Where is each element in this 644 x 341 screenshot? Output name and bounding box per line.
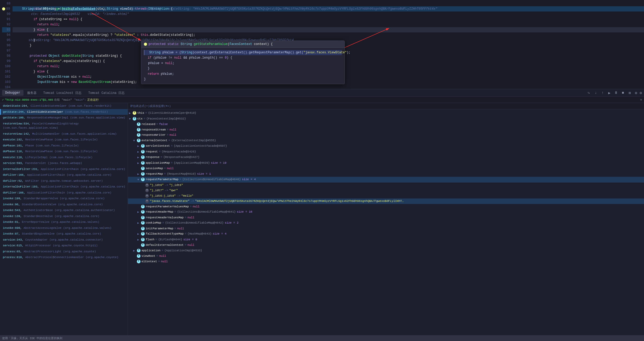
call-stack-item[interactable]: getState:100, ResponseStateManagerImpl (… [0,115,128,121]
var-item-requestParameterMap[interactable]: ▼ f requestParameterMap = {Collections$U… [128,177,644,183]
method-popup: protected static String getStateParamVal… [141,41,345,84]
var-item-application[interactable]: ▶ f application = {ApplicationImpl@4533} [128,248,644,254]
call-stack-item[interactable]: execute:192, RestoreViewPhase (com.sun.f… [0,137,128,143]
var-item-request[interactable]: ▶ f request = {RequestFacade@3426} [128,149,644,155]
step-into-button[interactable]: ↓ [593,90,598,95]
call-stack-item[interactable]: process:818, AbstractProtocol$Connection… [0,254,128,260]
tab-debugger[interactable]: Debugger [2,90,24,96]
var-item-viewRoot[interactable]: f viewRoot = null [128,253,644,259]
var-item-requestMap[interactable]: ▶ f requestMap = {RequestMap@4610} size … [128,171,644,177]
code-line-93: return "stateless".equals(stateString) ?… [13,27,644,32]
var-item-released[interactable]: f released = false [128,122,644,127]
line-numbers: 88 89 90 91 92 93 94 95 96 97 98 99 100 … [0,0,13,89]
var-item-requestHeaderMap[interactable]: ▶ f requestHeaderMap = {Collections$Unmo… [128,209,644,215]
thread-group: 在组 "main" [54,98,72,102]
step-over-button[interactable]: ⤷ [586,90,592,95]
var-item-requestParamValuesMap[interactable]: f requestParameterValuesMap = null [128,204,644,209]
tab-server[interactable]: 服务器 [24,90,40,96]
var-item-response[interactable]: ▶ f response = {ResponseFacade@3427} [128,155,644,160]
call-stack-panel: doGetState:284, ClientSideStateHelper (c… [0,103,128,341]
pause-button[interactable]: ⏸ [613,90,619,95]
call-stack-item[interactable]: service:615, Http11Processor (org.apache… [0,243,128,249]
thread-name: "http-nio-8050-exec-1"@2,465 [5,98,53,101]
code-editor: 88 89 90 91 92 93 94 95 96 97 98 99 100 … [0,0,644,89]
thread-status-bar: ✓ "http-nio-8050-exec-1"@2,465 在组 "main"… [0,97,644,103]
filter-button[interactable]: ▽ [640,98,642,101]
tab-tomcat-localhost[interactable]: Tomcat Localhost 日志 [40,90,85,96]
call-stack-item[interactable]: invoke:81, ErrorReportValve (org.apache.… [0,219,128,225]
call-stack-item[interactable]: restoreView:142, MultiViewHandler (com.s… [0,131,128,137]
code-line-88: public Object getState(FacesContext ctx,… [13,1,644,6]
variables-panel: ▶ f this = {ClientSideStateHelper@4410} … [128,109,644,341]
var-item-externalContext[interactable]: ▼ f externalContext = {ExternalContextIm… [128,138,644,144]
var-item-elContext[interactable]: f elContext = null [128,259,644,264]
var-item-defaultExternalContext[interactable]: f defaultExternalContext = null [128,242,644,248]
settings-button[interactable]: ⚙ [635,91,637,95]
var-item-j-idt7[interactable]: ≡ "j_idt7" -> "qwr" [128,188,644,193]
var-item-ctx[interactable]: ▼ f ctx = {FacesContextImpl@4532} [128,116,644,122]
code-line-92: } else { [13,22,644,27]
debug-toolbar: ⤷ ↓ ↑ ▶ ⏸ ■ ⊞ ⚙ ⚙ [586,90,642,95]
popup-header: protected static String getStateParamVal… [141,41,344,48]
popup-body: String pValue = (String)context.getExter… [141,48,344,84]
call-stack-item[interactable]: invoke:543, AuthenticatorBase (org.apach… [0,207,128,213]
status-bar: 使用「天缘」天爪从 IDE 中的任意位置切换到 [0,335,644,341]
call-stack-item[interactable]: doGetState:284, ClientSideStateHelper (c… [0,103,128,109]
call-stack-item[interactable]: service:343, CoyoteAdapter (org.apache.c… [0,237,128,243]
expression-toolbar: 评估表达式(=)或添加监察(⌘+) [128,103,644,109]
call-stack-item[interactable]: process:65, AbstractProcessorLight (org.… [0,249,128,255]
var-item-j-idt8[interactable]: ≡ "j_idt6:j_idt8" -> "Hello" [128,193,644,199]
call-stack-item[interactable]: internalDoFilter:193, ApplicationFilterC… [0,184,128,190]
call-stack-item[interactable]: restoreView:534, FaceletViewHandlingStra… [0,121,128,131]
call-stack-item[interactable]: doFilter:166, ApplicationFilterChain (or… [0,190,128,196]
resume-button[interactable]: ▶ [607,90,612,95]
var-item-responseStream[interactable]: f responseStream = null [128,127,644,133]
evaluate-button[interactable]: ⊞ [627,90,632,95]
call-stack-item[interactable]: doPhase:116, RestoreViewPhase (com.sun.f… [0,149,128,155]
call-stack-item[interactable]: doPhase:101, Phase (com.sun.faces.lifecy… [0,143,128,149]
var-item-applicationMap[interactable]: ▶ f applicationMap = {ApplicationMap@463… [128,160,644,166]
tab-group: Debugger 服务器 Tomcat Localhost 日志 Tomcat … [2,90,128,96]
expr-label: 评估表达式(=)或添加监察(⌘+) [130,104,171,108]
call-stack-item-active[interactable]: getState:244, ClientSideStateHelper (com… [0,109,128,115]
bottom-area: doGetState:284, ClientSideStateHelper (c… [0,103,644,341]
var-item-flash[interactable]: ▶ f flash = {ELFlash@4644} size = 0 [128,237,644,243]
call-stack-item[interactable]: service:593, FacesServlet (javax.faces.w… [0,160,128,166]
stop-button[interactable]: ■ [620,90,625,95]
var-item-responseWriter[interactable]: f responseWriter = null [128,132,644,138]
status-text: 使用「天缘」天爪从 IDE 中的任意位置切换到 [2,336,62,340]
var-item-sessionMap[interactable]: f sessionMap = null [128,166,644,171]
var-item-viewstate[interactable]: ≡ "javax.faces.ViewState" -> "H4sIACMlbW… [128,198,644,204]
var-item-initParameterMap[interactable]: f initParameterMap = null [128,226,644,231]
code-line-91: return null; [13,17,644,22]
call-stack-item[interactable]: invoke:139, StandardHostValve (org.apach… [0,213,128,219]
debugger-tabs-panel: Debugger 服务器 Tomcat Localhost 日志 Tomcat … [0,89,644,97]
call-stack-item[interactable]: internalDoFilter:231, ApplicationFilterC… [0,166,128,172]
var-item-requestHeaderValuesMap[interactable]: f requestHeaderValuesMap = null [128,215,644,220]
call-stack-item[interactable]: invoke:199, StandardWrapperValve (org.ap… [0,196,128,202]
call-stack-item[interactable]: doFilter:166, ApplicationFilterChain (or… [0,172,128,178]
var-item-servletContext[interactable]: ▶ f servletContext = {ApplicationContext… [128,143,644,149]
call-stack-item[interactable]: invoke:87, StandardEngineValve (org.apac… [0,231,128,237]
var-item-j-idt6[interactable]: ≡ "j_idt6" -> "j_idt6" [128,183,644,188]
step-out-button[interactable]: ↑ [600,90,605,95]
call-stack-item[interactable]: execute:118, LifecycleImpl (com.sun.face… [0,155,128,161]
thread-running-status: 正在运行 [87,98,99,102]
var-item-cookieMap[interactable]: ▶ f cookieMap = {Collections$Unmodifiabl… [128,220,644,226]
var-item-fallbackContentTypeMap[interactable]: ▶ f fallbackContentTypeMap = {HashMap@46… [128,231,644,237]
tab-tomcat-catalina[interactable]: Tomcat Catalina 日志 [85,90,128,96]
more-settings-button[interactable]: ⚙ [640,91,642,95]
call-stack-item[interactable]: invoke:690, AbstractAccessLogValve (org.… [0,225,128,231]
call-stack-item[interactable]: doFilter:52, WsFilter (org.apache.tomcat… [0,178,128,184]
call-stack-item[interactable]: invoke:96, StandardContextValve (org.apa… [0,202,128,208]
var-item-this[interactable]: ▶ f this = {ClientSideStateHelper@4410} [128,110,644,116]
code-line-104: try { [13,85,644,89]
